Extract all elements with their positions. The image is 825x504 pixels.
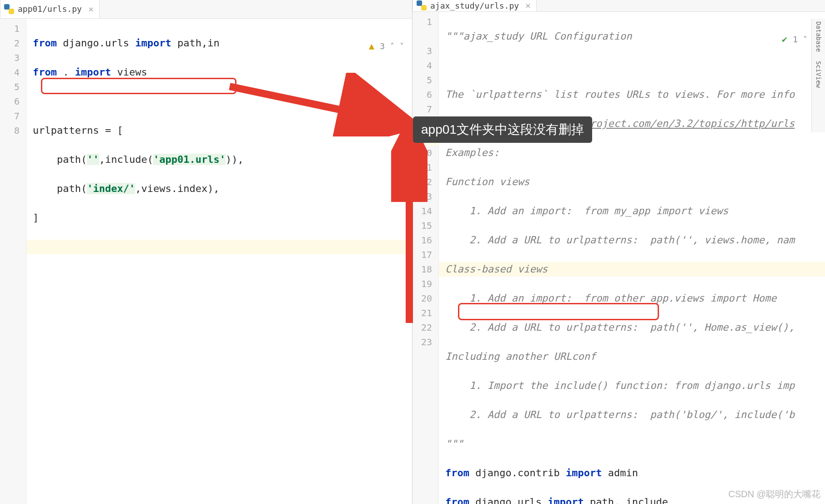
watermark: CSDN @聪明的大嘴花 <box>728 488 820 500</box>
right-toolwindow-tabs: Database SciView <box>811 19 825 132</box>
tab-label: app01/urls.py <box>18 4 82 14</box>
right-editor[interactable]: 134 5678 9101112 13141516 17181920 21222… <box>412 12 825 504</box>
warning-count: 3 <box>380 41 385 51</box>
tab-ajax-study-urls[interactable]: ajax_study/urls.py × <box>412 0 537 11</box>
tab-app01-urls[interactable]: app01/urls.py × <box>0 0 100 18</box>
right-code[interactable]: """ajax_study URL Configuration The `url… <box>439 12 825 504</box>
left-code[interactable]: from django.urls import path,in from . i… <box>26 19 412 504</box>
database-tab[interactable]: Database <box>815 21 822 52</box>
chevron-up-icon[interactable]: ˄ <box>390 41 394 51</box>
right-gutter: 134 5678 9101112 13141516 17181920 21222… <box>412 12 439 504</box>
left-editor-pane: app01/urls.py × 1234 5678 from django.ur… <box>0 0 412 504</box>
close-icon[interactable]: × <box>525 0 531 11</box>
highlight-left-path <box>41 78 236 94</box>
left-editor[interactable]: 1234 5678 from django.urls import path,i… <box>0 19 412 504</box>
left-inspection[interactable]: ▲ 3 ˄ ˅ <box>369 40 404 51</box>
left-tabbar: app01/urls.py × <box>0 0 412 19</box>
right-tabbar: ajax_study/urls.py × <box>412 0 825 12</box>
left-gutter: 1234 5678 <box>0 19 26 504</box>
sciview-tab[interactable]: SciView <box>815 61 822 88</box>
chevron-up-icon[interactable]: ˄ <box>803 35 807 44</box>
warning-icon: ▲ <box>369 40 374 51</box>
ok-count: 1 <box>793 35 798 44</box>
tab-label: ajax_study/urls.py <box>430 1 519 10</box>
check-icon: ✔ <box>782 34 787 45</box>
close-icon[interactable]: × <box>88 4 94 15</box>
right-editor-pane: ajax_study/urls.py × 134 5678 9101112 13… <box>412 0 825 504</box>
python-icon <box>417 0 427 10</box>
chevron-down-icon[interactable]: ˅ <box>400 41 404 51</box>
python-icon <box>4 4 14 14</box>
annotation-tooltip: app01文件夹中这段没有删掉 <box>413 116 592 143</box>
